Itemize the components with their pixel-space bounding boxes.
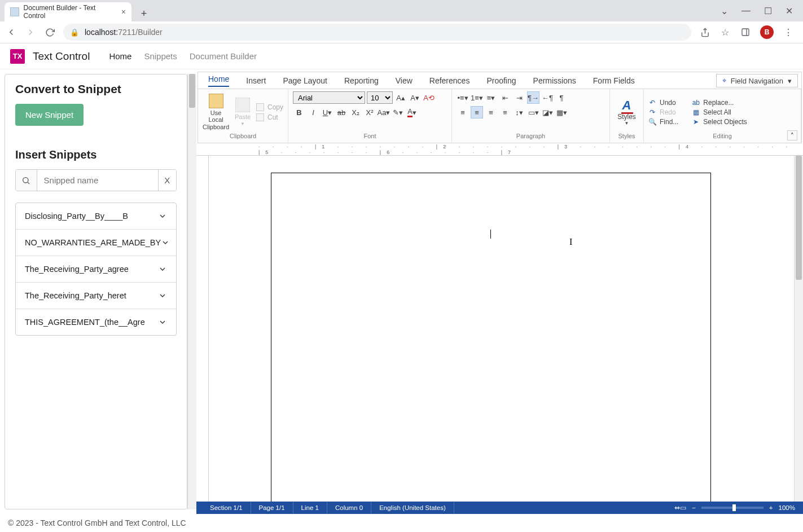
nav-home[interactable]: Home	[109, 51, 131, 61]
kebab-menu-icon[interactable]: ⋮	[783, 27, 794, 38]
back-button[interactable]	[6, 27, 17, 38]
select-all-button[interactable]: ▦Select All	[692, 108, 747, 116]
zoom-level[interactable]: 100%	[779, 504, 795, 511]
zoom-slider[interactable]	[701, 507, 763, 509]
nav-document-builder[interactable]: Document Builder	[190, 51, 257, 61]
ribbon-tab-references[interactable]: References	[429, 76, 470, 85]
show-marks-button[interactable]: ¶	[555, 91, 568, 104]
convert-heading: Convert to Snippet	[15, 82, 177, 96]
frame-button[interactable]: ▭▾	[527, 106, 539, 118]
superscript-button[interactable]: X²	[363, 106, 376, 118]
document-canvas[interactable]: I	[209, 156, 794, 502]
address-bar[interactable]: 🔒 localhost:7211/Builder	[63, 24, 691, 41]
page[interactable]: I	[271, 173, 711, 502]
change-case-button[interactable]: Aa▾	[378, 106, 390, 118]
italic-button[interactable]: I	[307, 106, 319, 118]
field-navigation-button[interactable]: ⌖ Field Navigation ▾	[716, 74, 798, 87]
bold-button[interactable]: B	[293, 106, 305, 118]
line-spacing-button[interactable]: ↕▾	[513, 106, 525, 118]
grow-font-button[interactable]: A▴	[394, 91, 407, 104]
clear-formatting-button[interactable]: A⟲	[423, 91, 435, 104]
multilevel-list-button[interactable]: ≡▾	[485, 91, 497, 104]
snippet-item-label: Disclosing_Party__By____B	[25, 212, 128, 221]
underline-button[interactable]: U▾	[321, 106, 334, 118]
align-left-button[interactable]: ≡	[457, 106, 469, 118]
vertical-ruler[interactable]	[196, 156, 209, 502]
numbered-list-button[interactable]: 1≡▾	[471, 91, 483, 104]
snippet-item[interactable]: NO_WARRANTIES_ARE_MADE_BY	[16, 230, 176, 256]
profile-avatar[interactable]: B	[760, 25, 774, 39]
shrink-font-button[interactable]: A▾	[409, 91, 421, 104]
styles-button[interactable]: A Styles ▼	[617, 98, 636, 126]
snippet-search-clear[interactable]: X	[158, 170, 176, 191]
sidebar-scrollbar[interactable]	[187, 74, 196, 509]
highlight-color-button[interactable]: ✎▾	[392, 106, 404, 118]
tab-strip: Document Builder - Text Control × +	[0, 0, 803, 21]
align-center-button[interactable]: ≡	[471, 106, 483, 118]
browser-tab[interactable]: Document Builder - Text Control ×	[5, 2, 131, 21]
font-family-select[interactable]: Arial	[293, 91, 365, 104]
share-icon[interactable]	[699, 27, 710, 38]
zoom-in-button[interactable]: +	[769, 504, 773, 511]
ribbon-tab-insert[interactable]: Insert	[246, 76, 266, 85]
ribbon-tab-page-layout[interactable]: Page Layout	[283, 76, 327, 85]
replace-button[interactable]: abReplace...	[692, 99, 747, 107]
ribbon-tab-home[interactable]: Home	[208, 74, 229, 87]
copy-icon	[256, 103, 264, 111]
sidepanel-icon[interactable]	[740, 27, 751, 38]
borders-button[interactable]: ▦▾	[555, 106, 568, 118]
align-right-button[interactable]: ≡	[485, 106, 497, 118]
reload-button[interactable]	[44, 27, 55, 38]
url-path: 7211/Builder	[118, 28, 163, 37]
bookmark-icon[interactable]: ☆	[719, 27, 731, 38]
horizontal-ruler[interactable]: · · · · |1 · · · · · · · |2 · · · · · · …	[196, 143, 803, 156]
rtl-button[interactable]: ←¶	[541, 91, 554, 104]
scroll-thumb[interactable]	[189, 74, 195, 108]
ltr-button[interactable]: ¶→	[527, 91, 539, 104]
ribbon-tab-view[interactable]: View	[396, 76, 413, 85]
ribbon-body: Use Local Clipboard Paste ▼ Copy Cut Cli…	[198, 89, 801, 143]
subscript-button[interactable]: X₂	[349, 106, 362, 118]
use-local-clipboard-button[interactable]: Use Local Clipboard	[203, 94, 229, 131]
increase-indent-button[interactable]: ⇥	[513, 91, 525, 104]
chevron-down-icon[interactable]: ⌄	[721, 6, 728, 16]
status-language[interactable]: English (United States)	[371, 502, 454, 514]
browser-chrome: ⌄ — ☐ ✕ Document Builder - Text Control …	[0, 0, 803, 43]
undo-button[interactable]: ↶Undo	[648, 99, 678, 107]
vertical-scrollbar[interactable]	[794, 156, 803, 502]
ribbon-tab-permissions[interactable]: Permissions	[533, 76, 576, 85]
strikethrough-button[interactable]: ab	[335, 106, 348, 118]
tab-close-icon[interactable]: ×	[121, 7, 126, 16]
ribbon-tab-form-fields[interactable]: Form Fields	[593, 76, 635, 85]
select-objects-button[interactable]: ➤Select Objects	[692, 118, 747, 126]
bullet-list-button[interactable]: •≡▾	[457, 91, 469, 104]
close-icon[interactable]: ✕	[786, 6, 793, 16]
new-snippet-button[interactable]: New Snippet	[15, 104, 84, 126]
status-right: ⇔▭ − + 100%	[674, 504, 797, 512]
new-tab-button[interactable]: +	[136, 6, 152, 21]
maximize-icon[interactable]: ☐	[764, 6, 772, 16]
snippet-item[interactable]: THIS_AGREEMENT_(the__Agre	[16, 309, 176, 335]
find-button[interactable]: 🔍Find...	[648, 118, 678, 126]
ribbon-tab-reporting[interactable]: Reporting	[344, 76, 379, 85]
fit-width-icon[interactable]: ⇔▭	[674, 504, 686, 512]
zoom-out-button[interactable]: −	[692, 504, 696, 511]
snippet-item[interactable]: The_Receiving_Party_agree	[16, 256, 176, 283]
nav-snippets[interactable]: Snippets	[144, 51, 177, 61]
snippet-item[interactable]: The_Receiving_Party_heret	[16, 283, 176, 309]
address-row: 🔒 localhost:7211/Builder ☆ B ⋮	[0, 21, 803, 43]
zoom-thumb[interactable]	[732, 504, 736, 511]
scroll-thumb[interactable]	[796, 156, 802, 280]
font-color-button[interactable]: A▾	[406, 106, 418, 118]
crosshair-icon: ⌖	[722, 76, 726, 85]
ribbon-tab-proofing[interactable]: Proofing	[486, 76, 516, 85]
font-size-select[interactable]: 10	[367, 91, 393, 104]
decrease-indent-button[interactable]: ⇤	[499, 91, 511, 104]
minimize-icon[interactable]: —	[741, 6, 751, 16]
collapse-ribbon-button[interactable]: ˄	[787, 130, 797, 140]
snippet-item[interactable]: Disclosing_Party__By____B	[16, 203, 176, 230]
shading-button[interactable]: ◪▾	[541, 106, 554, 118]
replace-icon: ab	[692, 99, 700, 107]
align-justify-button[interactable]: ≡	[499, 106, 511, 118]
snippet-search-input[interactable]	[37, 170, 158, 191]
